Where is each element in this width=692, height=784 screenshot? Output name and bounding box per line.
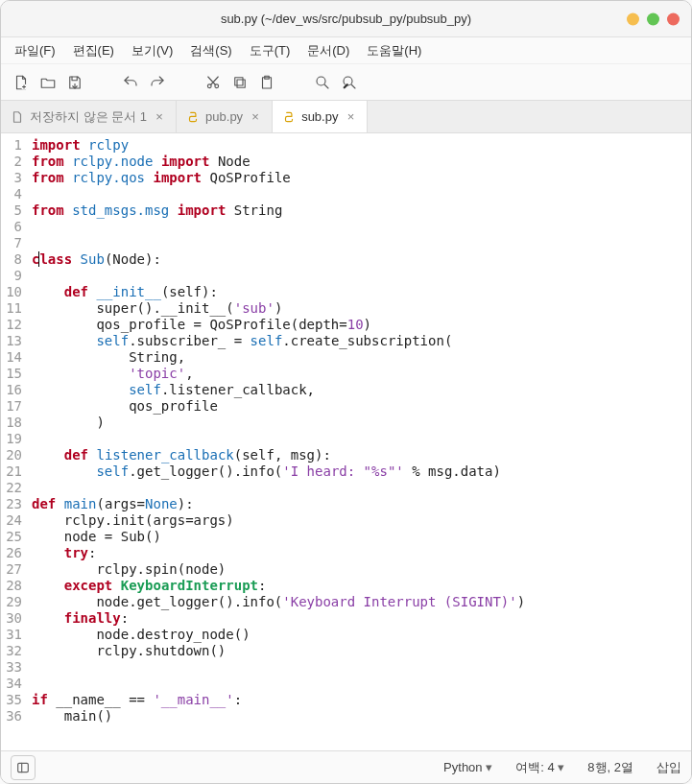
window-title: sub.py (~/dev_ws/src/pubsub_py/pubsub_py… (221, 12, 471, 26)
code-line[interactable]: except KeyboardInterrupt: (32, 578, 691, 594)
line-number: 20 (1, 447, 22, 463)
token-op (72, 251, 80, 267)
code-line[interactable]: super().__init__('sub') (32, 300, 691, 317)
language-selector[interactable]: Python (443, 760, 492, 774)
token-op: (Node): (105, 251, 161, 267)
token-str: 'topic' (129, 366, 185, 381)
token-op (81, 137, 88, 153)
code-line[interactable]: from rclpy.qos import QoSProfile (32, 170, 691, 186)
tab-pub[interactable]: pub.py × (177, 101, 273, 132)
code-line[interactable]: def listener_callback(self, msg): (32, 447, 691, 463)
line-number: 31 (1, 627, 22, 643)
token-op: % msg.data) (404, 463, 501, 479)
line-number: 19 (1, 431, 22, 447)
open-file-button[interactable] (37, 72, 59, 93)
code-line[interactable]: self.listener_callback, (32, 382, 691, 398)
token-op (64, 202, 72, 218)
menu-tools[interactable]: 도구(T) (242, 38, 298, 63)
token-kw: import (32, 137, 81, 153)
new-file-button[interactable] (11, 72, 32, 93)
menu-help[interactable]: 도움말(H) (359, 38, 429, 63)
code-line[interactable]: def main(args=None): (32, 496, 691, 512)
replace-button[interactable] (339, 72, 360, 93)
tab-unsaved[interactable]: 저장하지 않은 문서 1 × (1, 101, 177, 132)
code-line[interactable]: rclpy.init(args=args) (32, 512, 691, 529)
token-op: String (226, 202, 282, 218)
editor-window: sub.py (~/dev_ws/src/pubsub_py/pubsub_py… (0, 0, 692, 784)
line-number: 22 (1, 480, 22, 496)
svg-rect-9 (18, 763, 29, 772)
code-editor[interactable]: 1234567891011121314151617181920212223242… (1, 133, 691, 750)
cut-button[interactable] (203, 72, 224, 93)
token-str: 'I heard: "%s"' (282, 463, 403, 479)
token-op: (self): (161, 284, 218, 299)
menu-view[interactable]: 보기(V) (124, 38, 180, 63)
token-fn: std_msgs.msg (72, 202, 169, 218)
code-line[interactable]: String, (32, 349, 691, 366)
token-fn: listener_callback (96, 447, 233, 463)
code-line[interactable] (32, 480, 691, 496)
code-line[interactable]: qos_profile (32, 398, 691, 415)
token-op: ) (517, 594, 525, 609)
token-op: rclpy.init(args=args) (32, 512, 234, 528)
titlebar: sub.py (~/dev_ws/src/pubsub_py/pubsub_py… (1, 1, 691, 37)
paste-button[interactable] (256, 72, 277, 93)
line-number: 13 (1, 333, 22, 349)
code-line[interactable] (32, 219, 691, 235)
code-line[interactable]: node.destroy_node() (32, 627, 691, 643)
svg-rect-3 (237, 80, 245, 87)
menu-docs[interactable]: 문서(D) (299, 38, 357, 63)
line-number: 12 (1, 317, 22, 333)
menu-search[interactable]: 검색(S) (182, 38, 239, 63)
save-button[interactable] (64, 72, 85, 93)
code-line[interactable]: rclpy.shutdown() (32, 643, 691, 659)
code-line[interactable]: node.get_logger().info('Keyboard Interru… (32, 594, 691, 610)
code-line[interactable] (32, 676, 691, 692)
code-line[interactable] (32, 235, 691, 251)
code-line[interactable]: def __init__(self): (32, 284, 691, 300)
code-line[interactable]: main() (32, 708, 691, 725)
code-line[interactable]: ) (32, 415, 691, 431)
token-op: ): (178, 496, 194, 511)
code-line[interactable]: 'topic', (32, 366, 691, 382)
code-line[interactable]: import rclpy (32, 137, 691, 154)
side-panel-button[interactable] (11, 755, 36, 780)
token-op (64, 170, 72, 185)
minimize-button[interactable] (627, 12, 639, 25)
line-number: 18 (1, 415, 22, 431)
code-line[interactable]: from rclpy.node import Node (32, 154, 691, 170)
document-tabs: 저장하지 않은 문서 1 × pub.py × sub.py × (1, 101, 691, 133)
undo-button[interactable] (120, 72, 141, 93)
code-area[interactable]: import rclpyfrom rclpy.node import Nodef… (28, 133, 691, 750)
code-line[interactable]: node = Sub() (32, 529, 691, 545)
code-line[interactable]: rclpy.spin(node) (32, 561, 691, 578)
code-line[interactable] (32, 268, 691, 284)
search-button[interactable] (312, 72, 333, 93)
close-tab-icon[interactable]: × (249, 110, 262, 124)
tab-sub[interactable]: sub.py × (273, 101, 368, 132)
code-line[interactable]: try: (32, 545, 691, 561)
code-line[interactable]: finally: (32, 610, 691, 627)
redo-button[interactable] (147, 72, 168, 93)
window-controls (627, 12, 680, 25)
close-tab-icon[interactable]: × (153, 110, 166, 124)
code-line[interactable]: from std_msgs.msg import String (32, 202, 691, 219)
code-line[interactable]: class Sub(Node): (32, 251, 691, 268)
copy-button[interactable] (229, 72, 251, 93)
code-line[interactable]: self.subscriber_ = self.create_subscript… (32, 333, 691, 349)
code-line[interactable]: qos_profile = QoSProfile(depth=10) (32, 317, 691, 333)
close-window-button[interactable] (667, 12, 680, 25)
maximize-button[interactable] (647, 12, 659, 25)
code-line[interactable] (32, 431, 691, 447)
menu-file[interactable]: 파일(F) (7, 38, 63, 63)
token-fn: self (129, 382, 161, 397)
menu-edit[interactable]: 편집(E) (65, 38, 122, 63)
code-line[interactable]: if __name__ == '__main__': (32, 692, 691, 708)
indent-selector[interactable]: 여백: 4 (515, 759, 564, 776)
line-number: 1 (1, 137, 22, 154)
close-tab-icon[interactable]: × (344, 110, 357, 124)
code-line[interactable]: self.get_logger().info('I heard: "%s"' %… (32, 463, 691, 480)
code-line[interactable] (32, 186, 691, 202)
code-line[interactable] (32, 659, 691, 676)
line-number: 6 (1, 219, 22, 235)
